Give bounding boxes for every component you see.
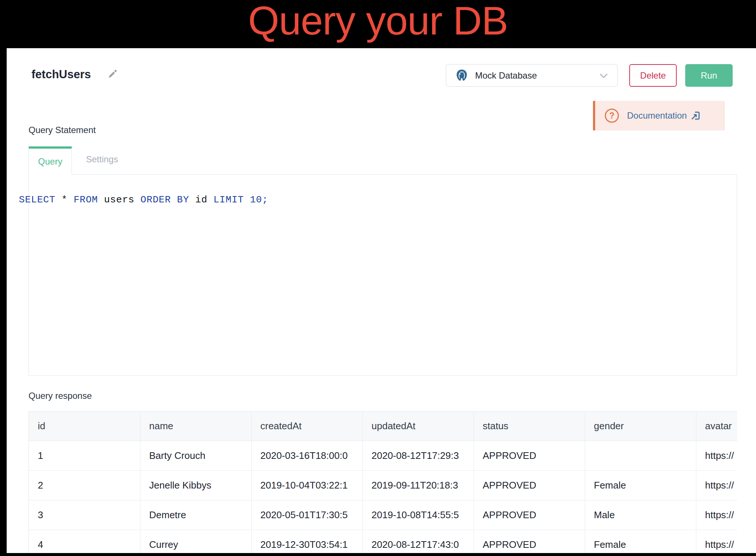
table-row: 2Jenelle Kibbys2019-10-04T03:22:12019-09… bbox=[29, 470, 737, 500]
sql-token: * bbox=[55, 194, 73, 205]
column-header-name: name bbox=[140, 412, 251, 441]
sql-token: LIMIT bbox=[213, 194, 244, 205]
tab-query[interactable]: Query bbox=[29, 146, 72, 175]
query-statement-label: Query Statement bbox=[29, 125, 96, 135]
cell-createdAt: 2020-03-16T18:00:0 bbox=[251, 441, 362, 470]
app-window: Query your DB fetchUsers Mock Database D… bbox=[0, 0, 756, 556]
sql-token: users bbox=[98, 194, 140, 205]
cell-avatar: https:// bbox=[696, 530, 737, 553]
cell-name: Barty Crouch bbox=[140, 441, 251, 470]
query-name-row: fetchUsers bbox=[32, 68, 119, 81]
cell-gender: Female bbox=[585, 470, 696, 500]
cell-name: Currey bbox=[140, 530, 251, 553]
database-select[interactable]: Mock Database bbox=[446, 64, 618, 87]
sql-token: ORDER BY bbox=[140, 194, 189, 205]
query-name: fetchUsers bbox=[32, 68, 91, 81]
column-header-id: id bbox=[29, 412, 140, 441]
sql-token: 10; bbox=[250, 194, 268, 205]
cell-updatedAt: 2019-10-08T14:55:5 bbox=[362, 500, 474, 530]
query-response-label: Query response bbox=[29, 391, 92, 401]
cell-id: 1 bbox=[29, 441, 140, 470]
response-table-container[interactable]: idnamecreatedAtupdatedAtstatusgenderavat… bbox=[29, 411, 737, 553]
cell-status: APPROVED bbox=[474, 470, 585, 500]
cell-name: Demetre bbox=[140, 500, 251, 530]
run-button[interactable]: Run bbox=[685, 64, 733, 87]
cell-updatedAt: 2020-08-12T17:29:3 bbox=[362, 441, 474, 470]
table-row: 1Barty Crouch2020-03-16T18:00:02020-08-1… bbox=[29, 441, 737, 470]
cell-updatedAt: 2019-09-11T20:18:3 bbox=[362, 470, 474, 500]
response-table-head-row: idnamecreatedAtupdatedAtstatusgenderavat… bbox=[29, 412, 737, 441]
help-circle-icon: ? bbox=[605, 109, 619, 123]
table-row: 3Demetre2020-05-01T17:30:52019-10-08T14:… bbox=[29, 500, 737, 530]
sql-code-line: SELECT * FROM users ORDER BY id LIMIT 10… bbox=[19, 194, 268, 205]
cell-avatar: https:// bbox=[696, 500, 737, 530]
cell-id: 4 bbox=[29, 530, 140, 553]
cell-status: APPROVED bbox=[474, 530, 585, 553]
column-header-createdAt: createdAt bbox=[251, 412, 362, 441]
cell-gender bbox=[585, 441, 696, 470]
edit-pencil-icon[interactable] bbox=[108, 69, 119, 80]
sql-token: id bbox=[189, 194, 213, 205]
cell-updatedAt: 2020-08-12T17:43:0 bbox=[362, 530, 474, 553]
column-header-gender: gender bbox=[585, 412, 696, 441]
cell-id: 2 bbox=[29, 470, 140, 500]
delete-button[interactable]: Delete bbox=[629, 64, 677, 87]
page-title: Query your DB bbox=[248, 1, 508, 48]
chevron-down-icon bbox=[598, 70, 609, 81]
column-header-avatar: avatar bbox=[696, 412, 737, 441]
tab-settings[interactable]: Settings bbox=[72, 146, 132, 172]
cell-createdAt: 2020-05-01T17:30:5 bbox=[251, 500, 362, 530]
column-header-updatedAt: updatedAt bbox=[362, 412, 474, 441]
documentation-link[interactable]: ? Documentation bbox=[593, 101, 725, 130]
cell-status: APPROVED bbox=[474, 441, 585, 470]
cell-gender: Female bbox=[585, 530, 696, 553]
external-link-icon bbox=[690, 110, 701, 121]
sql-token bbox=[244, 194, 250, 205]
postgresql-icon bbox=[454, 68, 469, 83]
bottom-frame bbox=[0, 553, 756, 556]
column-header-status: status bbox=[474, 412, 585, 441]
documentation-label: Documentation bbox=[627, 110, 687, 121]
sql-token: FROM bbox=[74, 194, 98, 205]
cell-createdAt: 2019-10-04T03:22:1 bbox=[251, 470, 362, 500]
left-frame bbox=[0, 48, 7, 556]
cell-status: APPROVED bbox=[474, 500, 585, 530]
table-row: 4Currey2019-12-30T03:54:12020-08-12T17:4… bbox=[29, 530, 737, 553]
cell-avatar: https:// bbox=[696, 470, 737, 500]
cell-id: 3 bbox=[29, 500, 140, 530]
top-banner: Query your DB bbox=[0, 0, 756, 48]
response-table-body: 1Barty Crouch2020-03-16T18:00:02020-08-1… bbox=[29, 441, 737, 553]
cell-createdAt: 2019-12-30T03:54:1 bbox=[251, 530, 362, 553]
cell-avatar: https:// bbox=[696, 441, 737, 470]
database-select-value: Mock Database bbox=[475, 70, 537, 81]
response-table: idnamecreatedAtupdatedAtstatusgenderavat… bbox=[29, 412, 737, 553]
cell-gender: Male bbox=[585, 500, 696, 530]
cell-name: Jenelle Kibbys bbox=[140, 470, 251, 500]
sql-token: SELECT bbox=[19, 194, 55, 205]
editor-tabbar: Query Settings bbox=[29, 146, 132, 175]
